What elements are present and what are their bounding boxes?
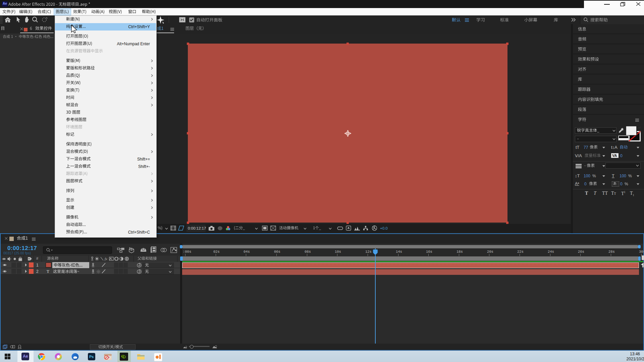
svg-text:fx: fx xyxy=(105,257,107,261)
